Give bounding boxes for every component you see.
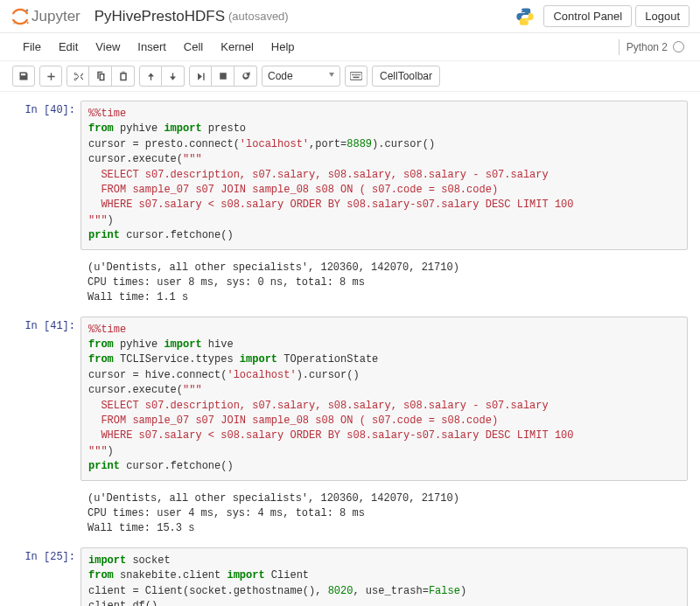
menu-view[interactable]: View xyxy=(87,37,129,57)
logo-text: Jupyter xyxy=(32,8,80,25)
jupyter-icon xyxy=(10,7,30,26)
svg-rect-11 xyxy=(354,77,360,78)
command-palette-button[interactable] xyxy=(345,66,368,87)
code-cell[interactable]: In [25]: import socket from snakebite.cl… xyxy=(12,547,688,606)
svg-rect-4 xyxy=(220,73,227,80)
jupyter-logo[interactable]: Jupyter xyxy=(10,7,80,26)
clipboard-icon xyxy=(118,71,129,81)
logout-button[interactable]: Logout xyxy=(635,5,690,27)
output-prompt-empty xyxy=(12,255,80,311)
svg-rect-9 xyxy=(357,74,358,75)
stop-icon xyxy=(219,72,228,80)
cut-button[interactable] xyxy=(66,66,89,87)
copy-icon xyxy=(95,71,106,81)
paste-button[interactable] xyxy=(112,66,135,87)
code-input[interactable]: %%time from pyhive import hive from TCLI… xyxy=(80,317,688,481)
refresh-icon xyxy=(241,71,251,81)
kernel-status-idle-icon xyxy=(673,41,684,52)
menubar: File Edit View Insert Cell Kernel Help P… xyxy=(0,33,700,61)
svg-rect-6 xyxy=(352,74,353,75)
menu-cell[interactable]: Cell xyxy=(175,37,212,57)
code-input[interactable]: import socket from snakebite.client impo… xyxy=(80,547,688,606)
arrow-up-icon xyxy=(146,72,156,81)
notebook-title[interactable]: PyHivePrestoHDFS xyxy=(94,8,225,25)
stdout-output: (u'Dentists, all other specialists', 120… xyxy=(80,255,688,311)
menu-file[interactable]: File xyxy=(14,37,50,57)
header: Jupyter PyHivePrestoHDFS (autosaved) Con… xyxy=(0,0,700,33)
svg-rect-10 xyxy=(360,74,360,75)
menu-kernel[interactable]: Kernel xyxy=(212,37,262,57)
restart-button[interactable] xyxy=(234,66,257,87)
output-prompt-empty xyxy=(12,486,80,542)
svg-rect-8 xyxy=(355,74,356,75)
svg-rect-7 xyxy=(354,74,354,75)
scissors-icon xyxy=(73,71,84,82)
menu-help[interactable]: Help xyxy=(262,37,304,57)
menu-edit[interactable]: Edit xyxy=(50,37,87,57)
keyboard-icon xyxy=(350,72,362,80)
input-prompt: In [25]: xyxy=(12,547,80,606)
save-icon xyxy=(18,71,29,81)
autosave-status: (autosaved) xyxy=(228,10,289,23)
svg-rect-5 xyxy=(350,73,362,80)
output-cell: (u'Dentists, all other specialists', 120… xyxy=(12,255,688,311)
cell-type-label: Code xyxy=(268,70,293,82)
kernel-name: Python 2 xyxy=(626,41,668,53)
notebook-area: In [40]: %%time from pyhive import prest… xyxy=(0,92,700,606)
cell-toolbar-label: CellToolbar xyxy=(380,70,432,82)
interrupt-button[interactable] xyxy=(212,66,234,87)
svg-point-1 xyxy=(26,9,29,11)
cell-toolbar-button[interactable]: CellToolbar xyxy=(372,66,440,87)
control-panel-button[interactable]: Control Panel xyxy=(543,5,632,27)
save-button[interactable] xyxy=(12,66,35,87)
add-cell-button[interactable] xyxy=(39,66,62,87)
code-cell[interactable]: In [40]: %%time from pyhive import prest… xyxy=(12,101,688,250)
code-cell[interactable]: In [41]: %%time from pyhive import hive … xyxy=(12,317,688,481)
move-down-button[interactable] xyxy=(162,66,185,87)
kernel-indicator: Python 2 xyxy=(619,39,693,55)
code-input[interactable]: %%time from pyhive import presto cursor … xyxy=(80,101,688,250)
svg-point-2 xyxy=(13,22,15,24)
move-up-button[interactable] xyxy=(139,66,162,87)
stdout-output: (u'Dentists, all other specialists', 120… xyxy=(80,486,688,542)
run-button[interactable] xyxy=(189,66,212,87)
step-forward-icon xyxy=(196,72,206,81)
python-icon xyxy=(515,7,535,26)
input-prompt: In [40]: xyxy=(12,101,80,250)
output-cell: (u'Dentists, all other specialists', 120… xyxy=(12,486,688,542)
cell-type-select[interactable]: Code xyxy=(262,66,340,87)
toolbar: Code CellToolbar xyxy=(0,61,700,92)
plus-icon xyxy=(46,72,56,81)
menu-insert[interactable]: Insert xyxy=(129,37,175,57)
svg-point-3 xyxy=(27,21,29,23)
input-prompt: In [41]: xyxy=(12,317,80,481)
arrow-down-icon xyxy=(168,72,178,81)
copy-button[interactable] xyxy=(89,66,112,87)
